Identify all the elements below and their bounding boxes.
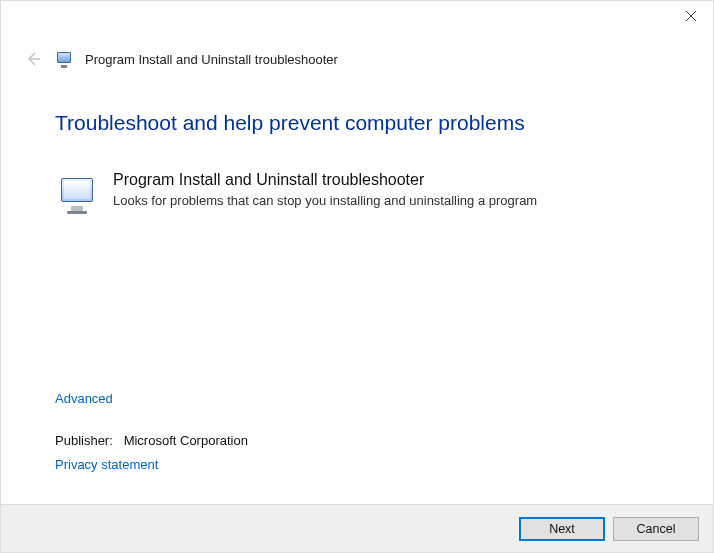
cancel-button[interactable]: Cancel (613, 517, 699, 541)
publisher-value: Microsoft Corporation (124, 433, 248, 448)
publisher-label: Publisher: (55, 433, 113, 448)
privacy-statement-link[interactable]: Privacy statement (55, 457, 158, 472)
wizard-header: Program Install and Uninstall troublesho… (23, 49, 338, 69)
close-icon (686, 11, 696, 21)
content-area: Troubleshoot and help prevent computer p… (55, 111, 673, 216)
troubleshooter-icon (55, 50, 73, 68)
troubleshooter-window: Program Install and Uninstall troublesho… (0, 0, 714, 553)
back-button (23, 49, 43, 69)
publisher-row: Publisher: Microsoft Corporation (55, 433, 248, 448)
wizard-title: Program Install and Uninstall troublesho… (85, 52, 338, 67)
item-title: Program Install and Uninstall troublesho… (113, 170, 537, 191)
close-button[interactable] (668, 1, 713, 31)
advanced-link[interactable]: Advanced (55, 391, 113, 406)
item-text: Program Install and Uninstall troublesho… (113, 170, 537, 210)
item-description: Looks for problems that can stop you ins… (113, 193, 537, 210)
wizard-footer: Next Cancel (1, 504, 713, 552)
troubleshooter-item: Program Install and Uninstall troublesho… (55, 170, 673, 216)
monitor-icon (55, 172, 99, 216)
page-heading: Troubleshoot and help prevent computer p… (55, 111, 673, 135)
back-arrow-icon (24, 50, 42, 68)
next-button[interactable]: Next (519, 517, 605, 541)
